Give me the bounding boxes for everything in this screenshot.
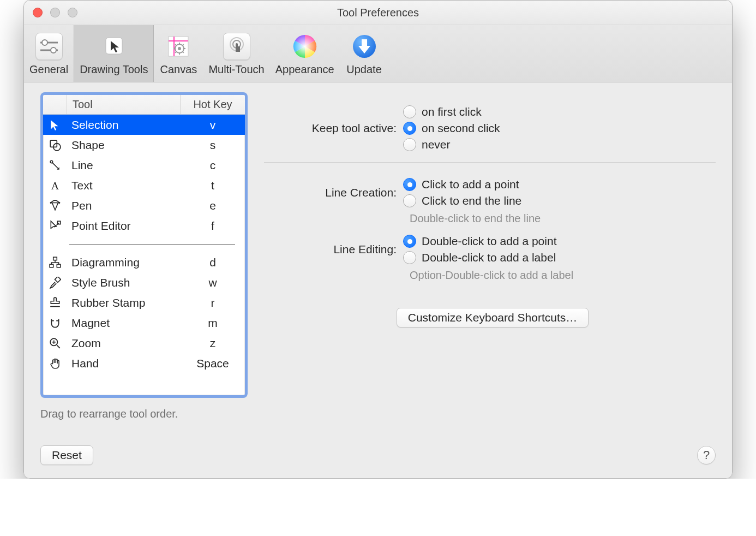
radio-label: Double-click to add a label	[422, 251, 556, 264]
reorder-hint: Drag to rearrange tool order.	[40, 408, 248, 420]
close-window-button[interactable]	[33, 8, 43, 17]
magnet-icon	[43, 317, 67, 329]
radio-button[interactable]	[403, 105, 416, 118]
tab-update[interactable]: Update	[340, 25, 389, 82]
tool-row-point-editor[interactable]: Point Editorf	[43, 216, 245, 236]
tab-canvas[interactable]: Canvas	[154, 25, 203, 82]
tool-hotkey: s	[181, 139, 245, 152]
text-icon	[43, 180, 67, 192]
preferences-toolbar: General Drawing Tools Canvas Multi-Touch	[24, 25, 732, 82]
tool-hotkey: z	[181, 337, 245, 350]
customize-shortcuts-button[interactable]: Customize Keyboard Shortcuts…	[397, 308, 589, 327]
titlebar: Tool Preferences	[24, 1, 732, 25]
brush-icon	[43, 277, 67, 289]
zoom-icon	[43, 337, 67, 349]
keep-active-option[interactable]: never	[403, 138, 500, 151]
tab-label: Canvas	[160, 63, 197, 76]
hand-icon	[43, 358, 67, 370]
tool-row-hand[interactable]: HandSpace	[43, 353, 245, 373]
keep-active-option[interactable]: on second click	[403, 122, 500, 135]
tab-multi-touch[interactable]: Multi-Touch	[203, 25, 269, 82]
radio-label: never	[422, 138, 451, 151]
point-icon	[43, 220, 67, 232]
tool-row-rubber-stamp[interactable]: Rubber Stampr	[43, 293, 245, 313]
column-header-tool[interactable]: Tool	[67, 95, 181, 114]
stamp-icon	[43, 297, 67, 309]
radio-button[interactable]	[403, 122, 416, 135]
tool-row-pen[interactable]: Pene	[43, 195, 245, 216]
tool-row-zoom[interactable]: Zoomz	[43, 333, 245, 353]
tool-hotkey: v	[181, 118, 245, 132]
line-creation-label: Line Creation:	[269, 186, 403, 199]
tool-name: Point Editor	[67, 219, 181, 233]
tool-row-line[interactable]: Linec	[43, 155, 245, 175]
tool-name: Line	[67, 159, 181, 172]
help-button[interactable]: ?	[697, 446, 716, 464]
keep-tool-active-label: Keep tool active:	[269, 122, 403, 135]
tool-name: Magnet	[67, 317, 181, 330]
tab-general[interactable]: General	[24, 25, 74, 82]
radio-button[interactable]	[403, 194, 416, 207]
radio-label: on first click	[422, 105, 482, 118]
tool-hotkey: t	[181, 179, 245, 192]
tool-row-diagramming[interactable]: Diagrammingd	[43, 252, 245, 272]
touch-icon	[223, 33, 250, 60]
tool-name: Zoom	[67, 337, 181, 350]
pen-icon	[43, 200, 67, 212]
tool-hotkey: d	[181, 256, 245, 269]
tool-name: Shape	[67, 139, 181, 152]
cursor-icon	[43, 119, 67, 131]
line-editing-label: Line Editing:	[269, 243, 403, 256]
tool-name: Style Brush	[67, 276, 181, 289]
tool-name: Rubber Stamp	[67, 296, 181, 309]
radio-label: Click to add a point	[422, 178, 519, 191]
radio-button[interactable]	[403, 235, 416, 248]
diagram-icon	[43, 257, 67, 269]
tool-list-panel: Tool Hot Key SelectionvShapesLinecTexttP…	[40, 92, 248, 398]
line-creation-note: Double-click to end the line	[410, 212, 716, 225]
settings-column: Keep tool active: on first clickon secon…	[269, 92, 716, 465]
tool-hotkey: r	[181, 296, 245, 309]
radio-button[interactable]	[403, 251, 416, 264]
tool-hotkey: e	[181, 199, 245, 212]
canvas-icon	[166, 34, 190, 58]
tool-group-divider	[43, 236, 245, 252]
tab-label: Update	[346, 63, 382, 76]
radio-label: Click to end the line	[422, 194, 521, 207]
tool-name: Text	[67, 179, 181, 192]
tool-hotkey: c	[181, 159, 245, 172]
zoom-window-button[interactable]	[68, 8, 77, 17]
tool-row-style-brush[interactable]: Style Brushw	[43, 272, 245, 293]
line-editing-option[interactable]: Double-click to add a label	[403, 251, 556, 264]
tool-row-text[interactable]: Textt	[43, 175, 245, 195]
tool-hotkey: Space	[181, 357, 245, 370]
tab-label: Drawing Tools	[80, 63, 148, 76]
radio-label: Double-click to add a point	[422, 235, 556, 248]
tool-row-magnet[interactable]: Magnetm	[43, 313, 245, 333]
tool-list-header: Tool Hot Key	[43, 95, 245, 115]
tool-row-selection[interactable]: Selectionv	[43, 115, 245, 135]
tab-drawing-tools[interactable]: Drawing Tools	[74, 25, 154, 82]
shape-icon	[43, 139, 67, 151]
tool-name: Pen	[67, 199, 181, 212]
tool-hotkey: m	[181, 317, 245, 330]
tab-label: General	[29, 63, 68, 76]
tab-label: Appearance	[275, 63, 334, 76]
radio-button[interactable]	[403, 178, 416, 191]
svg-point-39	[293, 35, 316, 58]
line-creation-option[interactable]: Click to add a point	[403, 178, 521, 191]
tab-appearance[interactable]: Appearance	[270, 25, 340, 82]
tool-name: Selection	[67, 118, 181, 132]
window-controls	[33, 1, 77, 25]
content-area: Tool Hot Key SelectionvShapesLinecTexttP…	[24, 82, 732, 478]
minimize-window-button[interactable]	[50, 8, 60, 17]
tool-name: Diagramming	[67, 256, 181, 269]
keep-active-option[interactable]: on first click	[403, 105, 500, 118]
column-header-hotkey[interactable]: Hot Key	[181, 95, 245, 114]
reset-button[interactable]: Reset	[40, 445, 93, 465]
radio-button[interactable]	[403, 138, 416, 151]
tool-row-shape[interactable]: Shapes	[43, 135, 245, 155]
line-creation-option[interactable]: Click to end the line	[403, 194, 521, 207]
line-editing-option[interactable]: Double-click to add a point	[403, 235, 556, 248]
tab-label: Multi-Touch	[208, 63, 264, 76]
